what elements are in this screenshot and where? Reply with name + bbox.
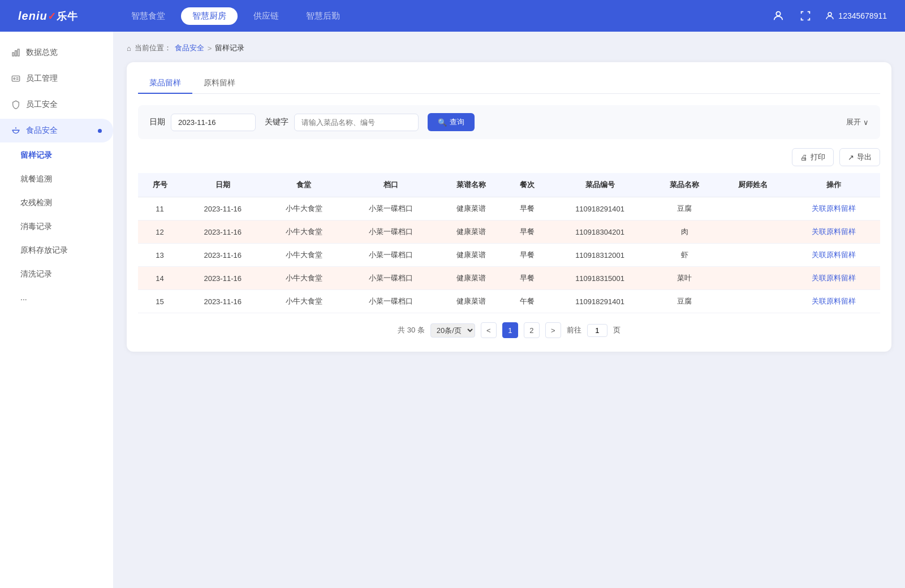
tab-raw-retention[interactable]: 原料留样 bbox=[192, 74, 247, 94]
sidebar-item-staff-safety[interactable]: 员工安全 bbox=[0, 93, 113, 116]
date-label: 日期 bbox=[149, 117, 165, 127]
cell-date: 2023-11-16 bbox=[182, 220, 264, 244]
page-2-button[interactable]: 2 bbox=[524, 322, 540, 338]
svg-point-6 bbox=[14, 78, 15, 80]
search-button[interactable]: 🔍 查询 bbox=[428, 113, 475, 131]
table-header: 序号 日期 食堂 档口 菜谱名称 餐次 菜品编号 菜品名称 厨师姓名 操作 bbox=[138, 173, 880, 197]
cell-dish-no: 110918304201 bbox=[549, 220, 650, 244]
main-content: ⌂ 当前位置： 食品安全 > 留样记录 菜品留样 原料留样 日期 关键字 bbox=[113, 32, 905, 588]
svg-rect-4 bbox=[18, 49, 19, 56]
cell-recipe: 健康菜谱 bbox=[437, 290, 506, 313]
fullscreen-icon[interactable] bbox=[798, 8, 813, 24]
main-layout: 数据总览 员工管理 员工安全 食品安全 留样记录 就餐追溯 农残检测 消毒记录 … bbox=[0, 32, 905, 588]
cell-meal: 午餐 bbox=[506, 290, 549, 313]
col-op: 操作 bbox=[787, 173, 880, 197]
bowl-icon bbox=[11, 126, 20, 135]
table-row: 112023-11-16小牛大食堂小菜一碟档口健康菜谱早餐11091829140… bbox=[138, 197, 880, 220]
cell-stall: 小菜一碟档口 bbox=[344, 290, 437, 313]
user-info[interactable]: 12345678911 bbox=[825, 11, 887, 21]
breadcrumb-home-icon: ⌂ bbox=[127, 44, 131, 53]
keyword-label: 关键字 bbox=[265, 117, 288, 127]
cell-op[interactable]: 关联原料留样 bbox=[787, 197, 880, 220]
sidebar-sub-retention-record[interactable]: 留样记录 bbox=[0, 145, 113, 166]
page-prev-button[interactable]: < bbox=[481, 322, 497, 338]
chevron-right-icon: > bbox=[551, 326, 555, 335]
col-id: 序号 bbox=[138, 173, 182, 197]
tabs: 菜品留样 原料留样 bbox=[138, 74, 880, 94]
svg-point-1 bbox=[828, 12, 831, 16]
cell-canteen: 小牛大食堂 bbox=[264, 290, 344, 313]
sidebar-sub-more[interactable]: ... bbox=[0, 287, 113, 308]
page-next-button[interactable]: > bbox=[545, 322, 561, 338]
sidebar-sub-raw-storage[interactable]: 原料存放记录 bbox=[0, 240, 113, 261]
logo: leniu✓乐牛 bbox=[18, 8, 97, 23]
export-button[interactable]: ↗ 导出 bbox=[839, 148, 880, 166]
col-dish-no: 菜品编号 bbox=[549, 173, 650, 197]
sidebar-label-data-overview: 数据总览 bbox=[26, 47, 58, 58]
sidebar-sub-pesticide-test[interactable]: 农残检测 bbox=[0, 192, 113, 214]
cell-stall: 小菜一碟档口 bbox=[344, 220, 437, 244]
table-body: 112023-11-16小牛大食堂小菜一碟档口健康菜谱早餐11091829140… bbox=[138, 197, 880, 313]
date-input[interactable] bbox=[171, 114, 256, 131]
sidebar-item-data-overview[interactable]: 数据总览 bbox=[0, 41, 113, 64]
nav-right: 12345678911 bbox=[770, 8, 887, 24]
cell-dish-name: 菜叶 bbox=[650, 267, 719, 290]
shield-icon bbox=[11, 100, 20, 109]
id-card-icon bbox=[11, 74, 20, 83]
user-icon[interactable] bbox=[770, 8, 786, 24]
col-canteen: 食堂 bbox=[264, 173, 344, 197]
food-safety-dot bbox=[98, 129, 102, 133]
cell-date: 2023-11-16 bbox=[182, 244, 264, 267]
cell-op[interactable]: 关联原料留样 bbox=[787, 290, 880, 313]
sidebar-label-staff-management: 员工管理 bbox=[26, 74, 58, 84]
table-row: 132023-11-16小牛大食堂小菜一碟档口健康菜谱早餐11091831200… bbox=[138, 244, 880, 267]
nav-item-canteen[interactable]: 智慧食堂 bbox=[120, 7, 176, 25]
breadcrumb-parent[interactable]: 食品安全 bbox=[175, 43, 204, 53]
page-size-select[interactable]: 20条/页 10条/页 50条/页 bbox=[430, 323, 475, 338]
cell-meal: 早餐 bbox=[506, 220, 549, 244]
sidebar-sub-meal-tracing[interactable]: 就餐追溯 bbox=[0, 168, 113, 190]
cell-op[interactable]: 关联原料留样 bbox=[787, 244, 880, 267]
nav-item-supply[interactable]: 供应链 bbox=[242, 7, 290, 25]
page-1-button[interactable]: 1 bbox=[502, 322, 518, 338]
svg-point-0 bbox=[777, 12, 781, 16]
col-chef: 厨师姓名 bbox=[719, 173, 787, 197]
sidebar-item-staff-management[interactable]: 员工管理 bbox=[0, 67, 113, 90]
cell-op[interactable]: 关联原料留样 bbox=[787, 220, 880, 244]
cell-meal: 早餐 bbox=[506, 267, 549, 290]
nav-item-kitchen[interactable]: 智慧厨房 bbox=[181, 7, 238, 25]
sidebar-sub-wash-record[interactable]: 清洗记录 bbox=[0, 263, 113, 285]
expand-button[interactable]: 展开 ∨ bbox=[846, 117, 869, 127]
cell-chef bbox=[719, 220, 787, 244]
cell-id: 15 bbox=[138, 290, 182, 313]
col-recipe: 菜谱名称 bbox=[437, 173, 506, 197]
goto-label: 前往 bbox=[567, 325, 581, 335]
sidebar-item-food-safety[interactable]: 食品安全 bbox=[0, 119, 113, 142]
cell-chef bbox=[719, 197, 787, 220]
nav-item-logistics[interactable]: 智慧后勤 bbox=[295, 7, 351, 25]
main-card: 菜品留样 原料留样 日期 关键字 🔍 查询 展开 bbox=[127, 62, 891, 352]
nav-items: 智慧食堂 智慧厨房 供应链 智慧后勤 bbox=[120, 7, 748, 25]
svg-rect-2 bbox=[12, 53, 14, 56]
cell-chef bbox=[719, 244, 787, 267]
breadcrumb: ⌂ 当前位置： 食品安全 > 留样记录 bbox=[127, 43, 891, 53]
keyword-input[interactable] bbox=[294, 114, 419, 131]
tab-dish-retention[interactable]: 菜品留样 bbox=[138, 74, 192, 94]
cell-canteen: 小牛大食堂 bbox=[264, 244, 344, 267]
sidebar-sub-disinfect-record[interactable]: 消毒记录 bbox=[0, 216, 113, 237]
cell-chef bbox=[719, 267, 787, 290]
print-button[interactable]: 🖨 打印 bbox=[792, 148, 834, 166]
cell-meal: 早餐 bbox=[506, 197, 549, 220]
cell-dish-no: 110918315001 bbox=[549, 267, 650, 290]
col-meal: 餐次 bbox=[506, 173, 549, 197]
goto-input[interactable] bbox=[587, 324, 607, 337]
breadcrumb-current: 留样记录 bbox=[215, 43, 244, 53]
cell-id: 14 bbox=[138, 267, 182, 290]
cell-canteen: 小牛大食堂 bbox=[264, 267, 344, 290]
top-nav: leniu✓乐牛 智慧食堂 智慧厨房 供应链 智慧后勤 12345678911 bbox=[0, 0, 905, 32]
cell-dish-no: 110918312001 bbox=[549, 244, 650, 267]
cell-canteen: 小牛大食堂 bbox=[264, 220, 344, 244]
data-table: 序号 日期 食堂 档口 菜谱名称 餐次 菜品编号 菜品名称 厨师姓名 操作 11… bbox=[138, 173, 880, 313]
cell-op[interactable]: 关联原料留样 bbox=[787, 267, 880, 290]
cell-id: 11 bbox=[138, 197, 182, 220]
